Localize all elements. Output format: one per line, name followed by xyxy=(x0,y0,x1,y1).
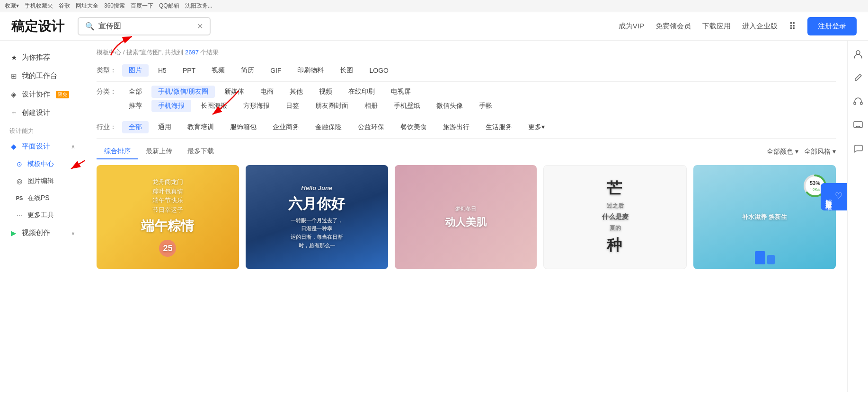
cat-tag-print-online[interactable]: 在线印刷 xyxy=(342,86,381,98)
type-tag-h5[interactable]: H5 xyxy=(151,64,173,77)
bookmark-item[interactable]: 百度一下 xyxy=(131,2,153,10)
bookmark-item[interactable]: QQ邮箱 xyxy=(159,2,179,10)
ind-tag-more[interactable]: 更多▾ xyxy=(522,121,551,133)
nav-enterprise[interactable]: 进入企业版 xyxy=(742,22,778,31)
nav-download-app[interactable]: 下载应用 xyxy=(702,22,731,31)
template-card-5[interactable]: 补水滋养 焕新生 53% ↑ 0K/s xyxy=(693,165,836,269)
cat-tag-wallpaper[interactable]: 手机壁纸 xyxy=(387,100,427,112)
ind-tag-life[interactable]: 生活服务 xyxy=(479,121,519,133)
ind-tag-food[interactable]: 餐饮美食 xyxy=(394,121,434,133)
cat-tag-ecommerce[interactable]: 电商 xyxy=(254,86,280,98)
sidebar-item-collab[interactable]: ◈ 设计协作 限免 xyxy=(0,85,85,104)
template-card-2[interactable]: Hello June 六月你好 一转眼一个月过去了，日渐是一种幸运的日渐，每当在… xyxy=(246,165,388,269)
sidebar-label-recommend: 为你推荐 xyxy=(22,53,50,62)
sidebar-label-ps: 在线PS xyxy=(27,194,50,202)
ind-tag-fashion[interactable]: 服饰箱包 xyxy=(223,121,263,133)
cat-tag-video[interactable]: 视频 xyxy=(312,86,339,98)
bookmark-bar: 收藏▾ 手机收藏夹 谷歌 网址大全 360搜索 百度一下 QQ邮箱 沈阳政务..… xyxy=(0,0,868,12)
bookmark-item[interactable]: 360搜索 xyxy=(104,2,125,10)
template-card-3[interactable]: 梦幻冬日 动人美肌 xyxy=(395,165,537,269)
template-card-4[interactable]: 芒 过之后 什么是麦 夏的 种 xyxy=(543,165,687,269)
bookmark-item[interactable]: 收藏▾ xyxy=(5,2,19,10)
ind-tag-charity[interactable]: 公益环保 xyxy=(351,121,391,133)
type-tag-video[interactable]: 视频 xyxy=(205,64,231,77)
sidebar-item-create[interactable]: ＋ 创建设计 xyxy=(0,104,85,122)
type-tag-image[interactable]: 图片 xyxy=(122,64,149,77)
right-panel-edit-icon[interactable] xyxy=(850,70,866,85)
cat-tag-wechat-avatar[interactable]: 微信头像 xyxy=(430,100,469,112)
cat-tag-album[interactable]: 相册 xyxy=(358,100,384,112)
unlock-banner[interactable]: ♡ 解锁海量模板 xyxy=(821,183,847,210)
sort-option-newest[interactable]: 最新上传 xyxy=(138,144,180,159)
cat-tag-tv[interactable]: 电视屏 xyxy=(384,86,417,98)
right-panel-user-icon[interactable] xyxy=(850,46,866,61)
nav-free-member[interactable]: 免费领会员 xyxy=(655,22,691,31)
industry-filter-label: 行业： xyxy=(97,121,116,131)
cat-tag-all[interactable]: 全部 xyxy=(122,86,149,98)
nav-vip[interactable]: 成为VIP xyxy=(619,22,644,31)
type-filter-row: 类型： 图片 H5 PPT 视频 简历 GIF 印刷物料 长图 LOGO xyxy=(97,64,836,77)
right-panel-message-icon[interactable] xyxy=(850,117,866,132)
cat-tag-newmedia[interactable]: 新媒体 xyxy=(218,86,251,98)
ind-tag-education[interactable]: 教育培训 xyxy=(181,121,221,133)
template-card-1[interactable]: 龙舟闯龙门粽叶包真情端午节快乐节日幸运子 端午粽情 25 xyxy=(97,165,239,269)
right-panel-chat-icon[interactable] xyxy=(850,141,866,156)
svg-rect-10 xyxy=(854,122,862,128)
type-tag-resume[interactable]: 简历 xyxy=(234,64,261,77)
sidebar-item-video[interactable]: ▶ 视频创作 ∨ xyxy=(0,224,85,242)
grid-icon[interactable]: ⠿ xyxy=(789,21,796,32)
sidebar-subitem-ps[interactable]: PS 在线PS xyxy=(0,190,85,207)
bookmark-item[interactable]: 手机收藏夹 xyxy=(25,2,53,10)
bookmark-item[interactable]: 谷歌 xyxy=(59,2,70,10)
sidebar-item-workspace[interactable]: ⊞ 我的工作台 xyxy=(0,67,85,85)
ind-tag-finance[interactable]: 金融保险 xyxy=(309,121,348,133)
bookmark-item[interactable]: 网址大全 xyxy=(76,2,98,10)
breadcrumb-home[interactable]: 模板中心 xyxy=(97,49,121,56)
ind-tag-general[interactable]: 通用 xyxy=(151,121,178,133)
logo: 稿定设计 xyxy=(11,17,68,35)
cat-tag-other[interactable]: 其他 xyxy=(283,86,310,98)
type-tag-gif[interactable]: GIF xyxy=(264,64,288,77)
sidebar-item-recommend[interactable]: ★ 为你推荐 xyxy=(0,48,85,67)
workspace-icon: ⊞ xyxy=(9,72,18,80)
cat-tag-wechat[interactable]: 手机/微信/朋友圈 xyxy=(151,86,215,98)
cat-tag-sign[interactable]: 日签 xyxy=(279,100,306,112)
category-filter-label: 分类： xyxy=(97,86,116,96)
sort-option-most-downloaded[interactable]: 最多下载 xyxy=(180,144,221,159)
ps-icon: PS xyxy=(15,195,24,201)
sort-option-comprehensive[interactable]: 综合排序 xyxy=(97,144,138,159)
color-dropdown[interactable]: 全部颜色 ▾ xyxy=(767,148,798,156)
cat-tag-long-poster[interactable]: 长图海报 xyxy=(194,100,234,112)
type-tag-longimage[interactable]: 长图 xyxy=(333,64,360,77)
sidebar-label-image-edit: 图片编辑 xyxy=(27,177,54,185)
app-wrapper: 稿定设计 🔍 ✕ 成为VIP 免费领会员 下载应用 进入企业版 xyxy=(0,12,868,392)
sidebar-label-workspace: 我的工作台 xyxy=(22,71,57,80)
cat-tag-phone-poster[interactable]: 手机海报 xyxy=(151,100,191,112)
register-button[interactable]: 注册登录 xyxy=(807,17,857,35)
sidebar-subitem-template[interactable]: ⊙ 模板中心 xyxy=(0,156,85,173)
cat-tag-square-poster[interactable]: 方形海报 xyxy=(237,100,276,112)
ind-tag-enterprise[interactable]: 企业商务 xyxy=(266,121,306,133)
search-input[interactable] xyxy=(98,22,193,31)
video-icon: ▶ xyxy=(9,229,18,237)
cat-tag-journal[interactable]: 手帐 xyxy=(472,100,499,112)
type-tag-print[interactable]: 印刷物料 xyxy=(291,64,330,77)
bookmark-item[interactable]: 沈阳政务... xyxy=(185,2,213,10)
style-dropdown[interactable]: 全部风格 ▾ xyxy=(804,148,836,156)
cat-tag-moments-cover[interactable]: 朋友圈封面 xyxy=(309,100,355,112)
sidebar-item-graphic[interactable]: ◆ 平面设计 ∧ xyxy=(0,137,85,156)
main-content: 模板中心 / 搜索"宣传图", 共找到 2697 个结果 类型： 图片 H5 P… xyxy=(85,41,847,392)
ind-tag-all[interactable]: 全部 xyxy=(122,121,149,133)
image-edit-icon: ◎ xyxy=(15,177,24,185)
sidebar-subitem-image-edit[interactable]: ◎ 图片编辑 xyxy=(0,173,85,190)
filter-divider-2 xyxy=(97,117,836,117)
type-tag-ppt[interactable]: PPT xyxy=(176,64,202,77)
sidebar-subitem-more-tools[interactable]: ··· 更多工具 xyxy=(0,207,85,224)
type-tag-logo[interactable]: LOGO xyxy=(363,64,395,77)
sidebar-label-create: 创建设计 xyxy=(22,108,50,117)
ind-tag-travel[interactable]: 旅游出行 xyxy=(436,121,476,133)
right-panel-headphone-icon[interactable] xyxy=(850,94,866,109)
svg-rect-8 xyxy=(854,102,856,105)
cat-tag-recommend[interactable]: 推荐 xyxy=(122,100,149,112)
search-clear-icon[interactable]: ✕ xyxy=(197,22,203,31)
